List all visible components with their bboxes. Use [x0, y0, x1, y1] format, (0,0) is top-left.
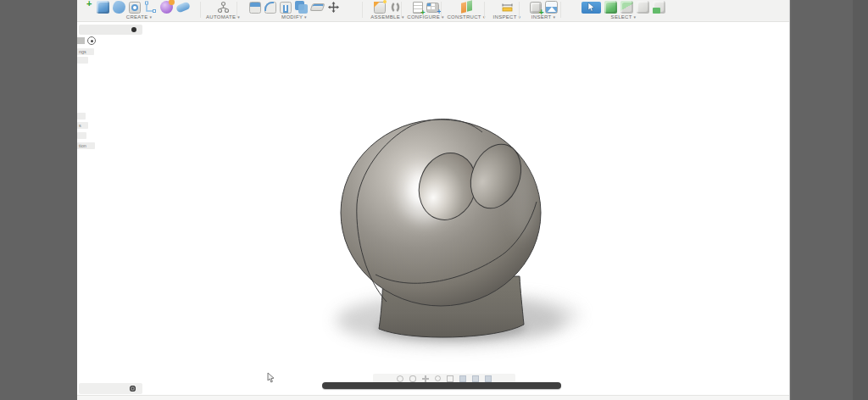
joint-icon[interactable] [389, 1, 402, 14]
toolbar-group-modify: MODIFY ▾ [242, 0, 346, 21]
select-face-icon[interactable] [620, 1, 633, 14]
select-cursor-icon[interactable] [581, 2, 601, 14]
canvas-icon[interactable] [545, 1, 558, 14]
timeline-chip[interactable] [79, 383, 142, 394]
fillet-icon[interactable] [264, 2, 276, 14]
browser-header-bar[interactable] [79, 25, 142, 35]
screen: CREATE ▾ AUTOMATE ▾ [0, 0, 868, 400]
shell-icon[interactable] [280, 2, 292, 14]
browser-item-fragment[interactable] [77, 113, 86, 119]
configuration-icon[interactable] [413, 2, 423, 14]
solid-box-icon[interactable] [97, 1, 109, 14]
new-component-icon[interactable] [374, 2, 386, 14]
sketch-icon[interactable] [144, 1, 157, 14]
browser-mini-icon[interactable] [77, 37, 85, 44]
browser-item-fragment[interactable] [77, 132, 86, 139]
letterbox-right [789, 0, 868, 400]
configuration-table-icon[interactable] [426, 3, 439, 13]
gear-icon [130, 386, 136, 392]
toolbar-group-select: SELECT ▾ [566, 0, 681, 21]
pan-icon[interactable] [422, 375, 429, 382]
offset-face-icon[interactable] [309, 3, 325, 11]
select-edge-icon[interactable] [637, 1, 649, 14]
automate-menu[interactable]: AUTOMATE ▾ [206, 14, 240, 20]
toolbar-group-create: CREATE ▾ [77, 0, 201, 21]
construct-menu[interactable]: CONSTRUCT ▾ [447, 14, 485, 20]
orbit-icon[interactable] [397, 375, 403, 382]
viewport-canvas[interactable] [77, 22, 789, 395]
create-menu[interactable]: CREATE ▾ [126, 14, 152, 20]
model-sphere-head [77, 22, 789, 395]
record-dot-icon [131, 27, 136, 32]
video-scrubber-bar[interactable] [322, 382, 561, 389]
visibility-eye-icon[interactable] [87, 36, 96, 45]
letterbox-left [0, 0, 79, 400]
browser-item-fragment[interactable] [77, 57, 88, 64]
derive-icon[interactable] [530, 2, 542, 14]
viewports-icon[interactable] [485, 375, 492, 382]
browser-item-fragment[interactable]: s [77, 122, 88, 129]
browser-item-fragment[interactable]: ngs [77, 48, 94, 55]
form-blob-icon[interactable] [113, 1, 125, 14]
look-at-icon[interactable] [409, 375, 416, 382]
mouse-cursor [267, 371, 276, 386]
offset-plane-icon[interactable] [460, 1, 473, 14]
zoom-icon[interactable] [435, 375, 441, 381]
combine-icon[interactable] [295, 1, 308, 14]
assemble-menu[interactable]: ASSEMBLE ▾ [370, 14, 404, 20]
modify-menu[interactable]: MODIFY ▾ [281, 14, 307, 20]
pipe-icon[interactable] [175, 1, 191, 13]
toolbar-group-automate: AUTOMATE ▾ [206, 0, 240, 21]
form-sphere-icon[interactable] [160, 1, 173, 14]
app-window: CREATE ▾ AUTOMATE ▾ [77, 0, 789, 400]
new-plus-icon[interactable] [88, 1, 93, 14]
display-settings-icon[interactable] [459, 375, 466, 382]
inspect-menu[interactable]: INSPECT ▾ [493, 14, 521, 20]
fit-icon[interactable] [447, 375, 453, 382]
grid-icon[interactable] [472, 375, 479, 382]
timeline-strip [77, 395, 789, 400]
select-body-icon[interactable] [604, 1, 617, 14]
select-menu[interactable]: SELECT ▾ [611, 14, 637, 20]
toolbar-group-configure: CONFIGURE ▾ [407, 0, 444, 21]
measure-icon[interactable] [501, 1, 514, 14]
hole-icon[interactable] [129, 2, 141, 14]
toolbar: CREATE ▾ AUTOMATE ▾ [77, 0, 789, 22]
press-pull-icon[interactable] [249, 2, 261, 14]
select-component-icon[interactable] [653, 1, 665, 14]
script-icon[interactable] [217, 1, 230, 14]
toolbar-group-insert: INSERT ▾ [525, 0, 562, 21]
toolbar-group-construct: CONSTRUCT ▾ [447, 0, 486, 21]
browser-item-fragment[interactable]: tion [77, 142, 95, 149]
move-icon[interactable] [327, 1, 340, 14]
